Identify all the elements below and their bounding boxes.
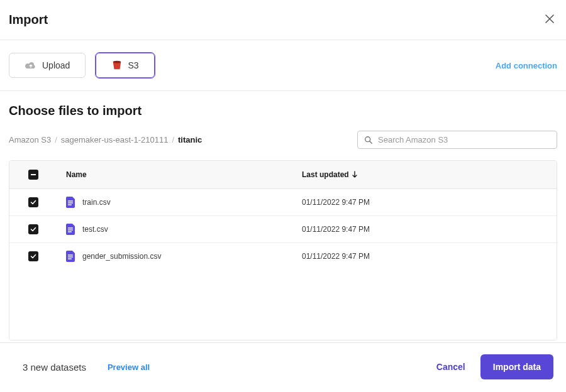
file-name: train.csv xyxy=(82,198,111,207)
table-body: train.csv 01/11/2022 9:47 PM test.csv 01… xyxy=(9,189,557,340)
breadcrumb-search-row: Amazon S3 / sagemaker-us-east-1-210111 /… xyxy=(9,131,557,149)
table-row[interactable]: test.csv 01/11/2022 9:47 PM xyxy=(9,216,557,243)
table-row[interactable]: train.csv 01/11/2022 9:47 PM xyxy=(9,189,557,216)
breadcrumb-separator: / xyxy=(55,135,57,144)
arrow-down-icon xyxy=(352,171,358,178)
breadcrumb: Amazon S3 / sagemaker-us-east-1-210111 /… xyxy=(9,135,202,144)
file-date: 01/11/2022 9:47 PM xyxy=(302,198,538,207)
table-row[interactable]: gender_submission.csv 01/11/2022 9:47 PM xyxy=(9,243,557,270)
tab-upload-label: Upload xyxy=(42,60,70,70)
footer-bar: 3 new datasets Preview all Cancel Import… xyxy=(0,342,566,392)
svg-line-2 xyxy=(370,141,372,143)
footer-left: 3 new datasets Preview all xyxy=(23,362,150,373)
col-header-name[interactable]: Name xyxy=(66,170,302,179)
select-all-checkbox[interactable] xyxy=(28,170,38,180)
breadcrumb-separator: / xyxy=(172,135,174,144)
search-icon xyxy=(364,136,373,144)
col-header-last-updated-label: Last updated xyxy=(302,170,349,179)
search-input-wrap[interactable] xyxy=(357,131,557,149)
breadcrumb-item[interactable]: Amazon S3 xyxy=(9,135,51,144)
tab-upload[interactable]: Upload xyxy=(9,53,86,78)
file-name: test.csv xyxy=(82,225,108,234)
file-icon xyxy=(66,224,76,235)
source-tabs: Upload S3 xyxy=(9,53,155,78)
table-header-row: Name Last updated xyxy=(9,161,557,189)
svg-rect-3 xyxy=(31,174,36,175)
file-icon xyxy=(66,251,76,262)
import-data-button[interactable]: Import data xyxy=(480,354,553,379)
row-checkbox[interactable] xyxy=(28,197,38,207)
close-button[interactable] xyxy=(542,11,557,28)
cloud-upload-icon xyxy=(25,60,37,70)
modal-header: Import xyxy=(0,0,566,40)
breadcrumb-current: titanic xyxy=(178,135,202,144)
source-tabs-row: Upload S3 Add connection xyxy=(0,40,566,91)
col-header-last-updated[interactable]: Last updated xyxy=(302,170,538,179)
close-icon xyxy=(545,14,555,24)
choose-files-section: Choose files to import Amazon S3 / sagem… xyxy=(0,91,566,340)
row-checkbox[interactable] xyxy=(28,224,38,234)
section-heading: Choose files to import xyxy=(9,104,557,118)
file-date: 01/11/2022 9:47 PM xyxy=(302,225,538,234)
search-input[interactable] xyxy=(378,135,550,144)
page-title: Import xyxy=(9,13,48,27)
add-connection-link[interactable]: Add connection xyxy=(496,61,557,70)
file-name: gender_submission.csv xyxy=(82,252,161,261)
s3-bucket-icon xyxy=(111,60,123,71)
file-date: 01/11/2022 9:47 PM xyxy=(302,252,538,261)
breadcrumb-item[interactable]: sagemaker-us-east-1-210111 xyxy=(61,135,169,144)
svg-point-0 xyxy=(113,61,121,63)
files-table: Name Last updated train.csv 01/11/2022 9… xyxy=(9,160,557,340)
tab-s3[interactable]: S3 xyxy=(96,53,154,78)
tab-s3-label: S3 xyxy=(128,60,138,70)
dataset-count-text: 3 new datasets xyxy=(23,362,86,373)
cancel-button[interactable]: Cancel xyxy=(436,362,465,372)
preview-all-link[interactable]: Preview all xyxy=(108,362,150,372)
row-checkbox[interactable] xyxy=(28,251,38,261)
file-icon xyxy=(66,197,76,208)
footer-right: Cancel Import data xyxy=(436,354,553,379)
